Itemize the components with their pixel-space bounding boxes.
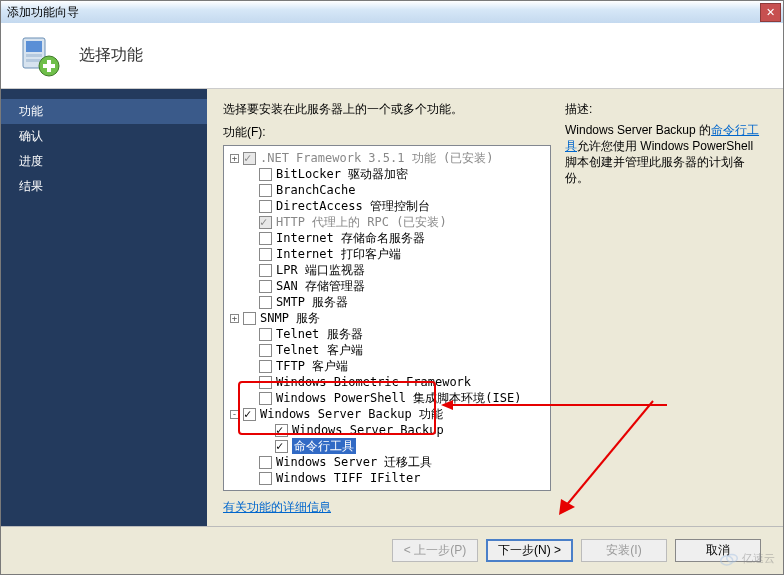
checkbox[interactable] xyxy=(259,184,272,197)
checkbox xyxy=(259,216,272,229)
sidebar-item-3[interactable]: 结果 xyxy=(1,174,207,199)
checkbox[interactable] xyxy=(259,280,272,293)
tree-item-label: Internet 存储命名服务器 xyxy=(276,230,425,246)
expand-icon[interactable]: + xyxy=(230,154,239,163)
tree-item[interactable]: 命令行工具 xyxy=(226,438,548,454)
close-button[interactable]: ✕ xyxy=(760,3,781,22)
tree-item[interactable]: DirectAccess 管理控制台 xyxy=(226,198,548,214)
description-text: Windows Server Backup 的命令行工具允许您使用 Window… xyxy=(565,122,767,186)
tree-item-label: Telnet 服务器 xyxy=(276,326,363,342)
checkbox[interactable] xyxy=(275,440,288,453)
checkbox[interactable] xyxy=(259,200,272,213)
tree-item[interactable]: Windows TIFF IFilter xyxy=(226,470,548,486)
tree-item[interactable]: SAN 存储管理器 xyxy=(226,278,548,294)
button-bar: < 上一步(P) 下一步(N) > 安装(I) 取消 xyxy=(1,526,783,574)
tree-item[interactable]: Internet 存储命名服务器 xyxy=(226,230,548,246)
tree-item[interactable]: Internet 打印客户端 xyxy=(226,246,548,262)
tree-item-label: HTTP 代理上的 RPC (已安装) xyxy=(276,214,447,230)
banner: 选择功能 xyxy=(1,23,783,89)
titlebar[interactable]: 添加功能向导 ✕ xyxy=(1,1,783,23)
checkbox[interactable] xyxy=(259,360,272,373)
page-title: 选择功能 xyxy=(79,45,143,66)
tree-item[interactable]: SMTP 服务器 xyxy=(226,294,548,310)
features-tree[interactable]: +.NET Framework 3.5.1 功能 (已安装)BitLocker … xyxy=(223,145,551,491)
main-panel: 选择要安装在此服务器上的一个或多个功能。 功能(F): +.NET Framew… xyxy=(207,89,783,526)
body: 功能确认进度结果 选择要安装在此服务器上的一个或多个功能。 功能(F): +.N… xyxy=(1,89,783,526)
tree-item-label: Windows TIFF IFilter xyxy=(276,470,421,486)
tree-item-label: Windows PowerShell 集成脚本环境(ISE) xyxy=(276,390,521,406)
tree-item[interactable]: TFTP 客户端 xyxy=(226,358,548,374)
tree-item[interactable]: BranchCache xyxy=(226,182,548,198)
tree-item-label: Windows Biometric Framework xyxy=(276,374,471,390)
instruction-text: 选择要安装在此服务器上的一个或多个功能。 xyxy=(223,101,551,118)
svg-rect-2 xyxy=(26,54,42,57)
prev-button[interactable]: < 上一步(P) xyxy=(392,539,478,562)
checkbox[interactable] xyxy=(275,424,288,437)
tree-item-label: BitLocker 驱动器加密 xyxy=(276,166,408,182)
tree-item-label: SNMP 服务 xyxy=(260,310,320,326)
tree-item[interactable]: Windows PowerShell 集成脚本环境(ISE) xyxy=(226,390,548,406)
checkbox xyxy=(243,152,256,165)
tree-item-label: TFTP 客户端 xyxy=(276,358,348,374)
tree-item[interactable]: +.NET Framework 3.5.1 功能 (已安装) xyxy=(226,150,548,166)
tree-item[interactable]: Telnet 客户端 xyxy=(226,342,548,358)
more-info-link[interactable]: 有关功能的详细信息 xyxy=(223,499,551,516)
sidebar-item-2[interactable]: 进度 xyxy=(1,149,207,174)
tree-item-label: SAN 存储管理器 xyxy=(276,278,365,294)
checkbox[interactable] xyxy=(259,376,272,389)
tree-item[interactable]: BitLocker 驱动器加密 xyxy=(226,166,548,182)
svg-rect-6 xyxy=(43,64,55,68)
sidebar: 功能确认进度结果 xyxy=(1,89,207,526)
tree-label: 功能(F): xyxy=(223,124,551,141)
description-label: 描述: xyxy=(565,101,767,118)
checkbox[interactable] xyxy=(259,392,272,405)
tree-item-label: 命令行工具 xyxy=(292,438,356,454)
tree-item-label: Windows Server 迁移工具 xyxy=(276,454,432,470)
window-title: 添加功能向导 xyxy=(7,4,79,21)
checkbox[interactable] xyxy=(259,328,272,341)
checkbox[interactable] xyxy=(259,472,272,485)
checkbox[interactable] xyxy=(259,456,272,469)
install-button[interactable]: 安装(I) xyxy=(581,539,667,562)
checkbox[interactable] xyxy=(259,344,272,357)
tree-item[interactable]: Windows Server 迁移工具 xyxy=(226,454,548,470)
checkbox[interactable] xyxy=(259,248,272,261)
tree-item[interactable]: HTTP 代理上的 RPC (已安装) xyxy=(226,214,548,230)
tree-item-label: Windows Server Backup 功能 xyxy=(260,406,443,422)
tree-item-label: Internet 打印客户端 xyxy=(276,246,401,262)
tree-item-label: Telnet 客户端 xyxy=(276,342,363,358)
expand-icon[interactable]: + xyxy=(230,314,239,323)
tree-item[interactable]: -Windows Server Backup 功能 xyxy=(226,406,548,422)
wizard-window: 添加功能向导 ✕ 选择功能 功能确认进度结果 选择要安装在此服务器上的一个或多个… xyxy=(0,0,784,575)
tree-item-label: LPR 端口监视器 xyxy=(276,262,365,278)
collapse-icon[interactable]: - xyxy=(230,410,239,419)
svg-rect-1 xyxy=(26,41,42,52)
wizard-icon xyxy=(17,34,61,78)
tree-item-label: .NET Framework 3.5.1 功能 (已安装) xyxy=(260,150,493,166)
checkbox[interactable] xyxy=(243,408,256,421)
tree-item[interactable]: Windows Server Backup xyxy=(226,422,548,438)
checkbox[interactable] xyxy=(259,168,272,181)
watermark: 亿速云 xyxy=(720,551,775,566)
checkbox[interactable] xyxy=(259,232,272,245)
tree-item[interactable]: +SNMP 服务 xyxy=(226,310,548,326)
tree-item-label: SMTP 服务器 xyxy=(276,294,348,310)
sidebar-item-1[interactable]: 确认 xyxy=(1,124,207,149)
checkbox[interactable] xyxy=(259,264,272,277)
checkbox[interactable] xyxy=(259,296,272,309)
tree-item-label: DirectAccess 管理控制台 xyxy=(276,198,430,214)
tree-item-label: BranchCache xyxy=(276,182,355,198)
checkbox[interactable] xyxy=(243,312,256,325)
next-button[interactable]: 下一步(N) > xyxy=(486,539,573,562)
tree-item-label: Windows Server Backup xyxy=(292,422,444,438)
tree-item[interactable]: LPR 端口监视器 xyxy=(226,262,548,278)
tree-item[interactable]: Telnet 服务器 xyxy=(226,326,548,342)
sidebar-item-0[interactable]: 功能 xyxy=(1,99,207,124)
tree-item[interactable]: Windows Biometric Framework xyxy=(226,374,548,390)
